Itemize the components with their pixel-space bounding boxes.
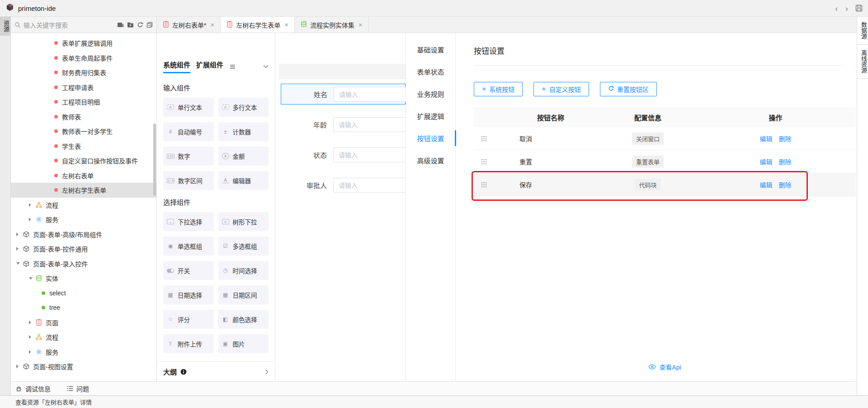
component-item[interactable]: ▣ 图片	[218, 334, 269, 353]
tree-item[interactable]: 服务	[11, 345, 156, 360]
view-api-link[interactable]: 查看Api	[474, 362, 856, 371]
tree-item[interactable]: 流程	[11, 330, 156, 345]
tree-item[interactable]: 页面-表单-控件通用	[11, 242, 156, 256]
tree-item[interactable]: 页面-表单-高级/布局组件	[11, 227, 156, 242]
settings-nav-item[interactable]: 基础设置	[406, 38, 455, 61]
component-item[interactable]: ▦ 日期区间	[218, 285, 269, 304]
component-item[interactable]: ◷ 时间选择	[218, 261, 269, 280]
component-item[interactable]: A 多行文本	[218, 98, 269, 117]
editor-tab[interactable]: 流程实例实体集 ×	[295, 17, 369, 33]
tree-item[interactable]: 表单生命周起事件	[11, 51, 156, 66]
drag-handle-icon[interactable]	[474, 182, 501, 188]
tree-scrollbar[interactable]	[153, 123, 156, 196]
field-input[interactable]: 请输入	[333, 178, 406, 193]
form-field-row[interactable]: 姓名 请输入	[281, 84, 406, 104]
caret-icon[interactable]	[29, 350, 35, 354]
tree-item[interactable]: 工程项目明细	[11, 95, 156, 109]
toolbar-item[interactable]: 问题	[67, 384, 89, 393]
tree-item[interactable]: 服务	[11, 212, 156, 227]
component-item[interactable]: ▦ 日期选择	[163, 285, 214, 304]
tree-item[interactable]: 左树右表单	[11, 168, 156, 183]
settings-nav-item[interactable]: 表单状态	[406, 61, 455, 83]
tree-item[interactable]: 教师表	[11, 109, 156, 124]
component-item[interactable]: ¥ 金额	[218, 147, 269, 166]
tree-item[interactable]: 财务费用归集表	[11, 65, 156, 80]
settings-nav-item[interactable]: 高级设置	[406, 149, 455, 171]
component-item[interactable]: 开关	[163, 261, 214, 280]
field-input[interactable]: 请输入	[334, 87, 406, 102]
component-item[interactable]: ◉ 单选框组	[163, 237, 214, 256]
tree-item[interactable]: 页面	[11, 315, 156, 330]
edit-link[interactable]: 编辑	[760, 157, 773, 166]
drag-handle-icon[interactable]	[474, 159, 501, 165]
form-field-row[interactable]: 年龄 请输入	[275, 114, 406, 135]
collapse-icon[interactable]	[146, 22, 153, 28]
tree-item[interactable]: tree	[11, 300, 156, 315]
delete-link[interactable]: 删除	[779, 157, 792, 166]
save-icon[interactable]	[855, 5, 863, 12]
right-bar-tab[interactable]: 数据源	[857, 17, 868, 45]
chevron-down-icon[interactable]	[263, 65, 269, 68]
tree-item[interactable]: 学生表	[11, 139, 156, 154]
settings-nav-item[interactable]: 业务规则	[406, 83, 455, 105]
action-button[interactable]: + 系统按钮	[474, 82, 523, 96]
component-item[interactable]: 123 数字	[163, 147, 214, 166]
caret-icon[interactable]	[16, 365, 23, 368]
caret-icon[interactable]	[16, 247, 23, 251]
tree-item[interactable]: 页面-表单-录入控件	[11, 256, 156, 271]
component-item[interactable]: ⌄ 下拉选择	[163, 212, 214, 231]
edit-link[interactable]: 编辑	[760, 180, 773, 189]
editor-tab[interactable]: 左树右学生表单 ×	[221, 17, 295, 33]
tree-item[interactable]: 实体	[11, 271, 156, 286]
component-item[interactable]: ≡ 树形下拉	[218, 212, 269, 231]
chevron-right-icon[interactable]	[265, 369, 269, 375]
component-item[interactable]: # 自动编号	[163, 122, 214, 141]
delete-link[interactable]: 删除	[779, 180, 792, 189]
import-icon[interactable]	[117, 22, 124, 28]
settings-nav-item[interactable]: 按钮设置	[406, 127, 455, 149]
component-item[interactable]: ± 计数器	[218, 122, 269, 141]
component-item[interactable]: 1~3 数字区间	[163, 171, 214, 190]
component-item[interactable]: ⇧ 附件上传	[163, 334, 214, 353]
caret-icon[interactable]	[29, 218, 35, 221]
component-item[interactable]: ☑ 多选框组	[218, 237, 269, 256]
caret-icon[interactable]	[29, 203, 35, 207]
toolbar-item[interactable]: 调试信息	[15, 384, 51, 393]
tree-item[interactable]: 流程	[11, 198, 156, 213]
forward-icon[interactable]: ›	[845, 4, 848, 13]
action-button[interactable]: 重置按钮区	[600, 82, 657, 96]
caret-icon[interactable]	[29, 277, 35, 280]
edit-link[interactable]: 编辑	[760, 134, 773, 143]
refresh-icon[interactable]	[137, 22, 143, 28]
delete-link[interactable]: 删除	[779, 134, 792, 143]
caret-icon[interactable]	[16, 232, 23, 236]
form-field-row[interactable]: 状态 请输入	[275, 144, 406, 165]
close-icon[interactable]: ×	[284, 21, 288, 28]
field-input[interactable]: 请输入	[333, 117, 406, 132]
caret-icon[interactable]	[29, 335, 35, 339]
caret-icon[interactable]	[16, 262, 23, 265]
settings-nav-item[interactable]: 扩展逻辑	[406, 105, 455, 127]
tree-item[interactable]: 左树右学生表单	[11, 183, 156, 198]
search-input[interactable]: 输入关键字搜索	[24, 20, 114, 29]
activity-tab-resources[interactable]: 资源	[0, 17, 10, 36]
field-input[interactable]: 请输入	[333, 147, 406, 162]
tree-item[interactable]: 工程申请表	[11, 80, 156, 95]
tree-item[interactable]: 页面-视图设置	[11, 359, 156, 374]
component-item[interactable]: A 编辑器	[218, 171, 269, 190]
tree-item[interactable]: 自定义窗口操作按钮及事件	[11, 153, 156, 168]
close-icon[interactable]: ×	[210, 21, 214, 28]
component-item[interactable]: A 单行文本	[163, 98, 214, 117]
component-item[interactable]: ☆ 评分	[163, 310, 214, 329]
tree-item[interactable]: 表单扩展逻辑调用	[11, 36, 156, 51]
menu-icon[interactable]	[230, 65, 235, 69]
tree-item[interactable]: 教师表一对多学生	[11, 124, 156, 139]
back-icon[interactable]: ‹	[835, 4, 838, 13]
new-folder-icon[interactable]	[127, 22, 134, 28]
right-bar-tab[interactable]: 离线资源	[857, 45, 868, 79]
close-icon[interactable]: ×	[359, 21, 363, 28]
action-button[interactable]: + 自定义按钮	[533, 82, 589, 96]
component-item[interactable]: ◧ 颜色选择	[218, 310, 269, 329]
tree-item[interactable]: select	[11, 286, 156, 301]
component-tab[interactable]: 系统组件	[163, 60, 190, 73]
